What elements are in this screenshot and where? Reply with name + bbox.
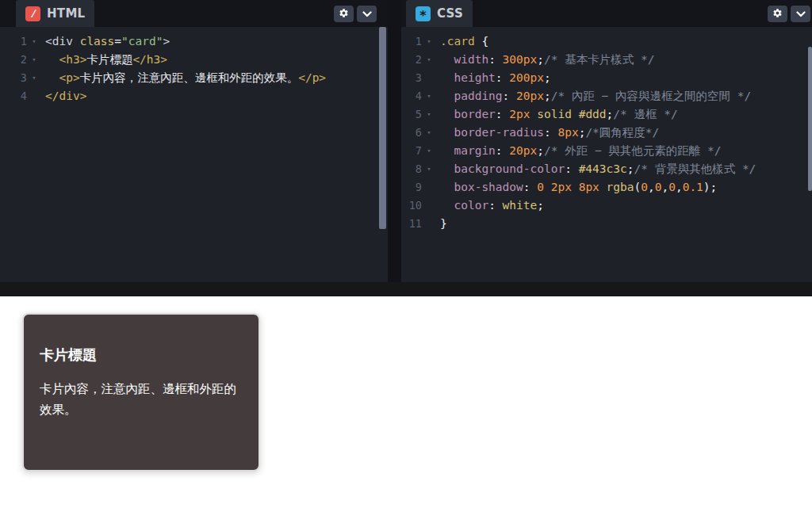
code-text: </div> (41, 87, 388, 105)
gear-icon (772, 8, 783, 21)
tab-html[interactable]: / HTML (16, 0, 94, 27)
code-text: <h3>卡片標題</h3> (41, 51, 388, 69)
fold-arrow-icon[interactable]: ▾ (422, 105, 436, 124)
line-number: 2 (0, 51, 27, 69)
fold-arrow-icon[interactable]: ▾ (27, 32, 41, 51)
code-text: border-radius: 8px;/*圓角程度*/ (436, 124, 812, 142)
html-code-lines: 1▾<div class="card">2▾ <h3>卡片標題</h3>3▾ <… (0, 32, 388, 105)
code-line[interactable]: 2▾ width: 300px;/* 基本卡片樣式 */ (401, 51, 812, 69)
fold-spacer (27, 87, 41, 105)
preview-card-body: 卡片內容，注意內距、邊框和外距的效果。 (40, 380, 243, 420)
code-text: .card { (436, 32, 812, 51)
code-line[interactable]: 2▾ <h3>卡片標題</h3> (0, 51, 388, 69)
line-number: 1 (401, 32, 422, 51)
fold-arrow-icon[interactable]: ▾ (422, 51, 436, 69)
code-editor-app: / HTML 1▾<div c (0, 0, 812, 523)
code-line[interactable]: 10 color: white; (401, 197, 812, 215)
code-line[interactable]: 4▾ padding: 20px;/* 內距 − 內容與邊框之間的空間 */ (401, 87, 812, 105)
editors-preview-divider[interactable] (0, 282, 812, 296)
css-header-buttons (768, 6, 810, 22)
fold-arrow-icon[interactable]: ▾ (422, 87, 436, 105)
code-line[interactable]: 1▾<div class="card"> (0, 32, 388, 51)
html-header-buttons (334, 6, 377, 22)
code-line[interactable]: 11} (401, 215, 812, 233)
code-text: margin: 20px;/* 外距 − 與其他元素的距離 */ (436, 142, 812, 160)
code-text: background-color: #443c3c;/* 背景與其他樣式 */ (436, 160, 812, 178)
html-scrollbar[interactable] (379, 27, 386, 229)
line-number: 3 (0, 69, 27, 87)
editors-region: / HTML 1▾<div c (0, 0, 812, 282)
line-number: 8 (401, 160, 422, 178)
code-text: box-shadow: 0 2px 8px rgba(0,0,0,0.1); (436, 178, 812, 197)
preview-card: 卡片標題 卡片內容，注意內距、邊框和外距的效果。 (22, 313, 260, 471)
html-tab-label: HTML (47, 6, 85, 21)
code-line[interactable]: 1▾.card { (401, 32, 812, 51)
fold-arrow-icon[interactable]: ▾ (27, 69, 41, 87)
line-number: 6 (401, 124, 422, 142)
code-line[interactable]: 6▾ border-radius: 8px;/*圓角程度*/ (401, 124, 812, 142)
code-text: color: white; (436, 197, 812, 215)
code-text: <p>卡片內容，注意內距、邊框和外距的效果。</p> (41, 69, 388, 87)
css-editor-panel: * CSS 1▾.card { (401, 0, 812, 282)
line-number: 11 (401, 215, 422, 233)
fold-spacer (422, 197, 436, 215)
code-line[interactable]: 7▾ margin: 20px;/* 外距 − 與其他元素的距離 */ (401, 142, 812, 160)
code-line[interactable]: 3 height: 200px; (401, 69, 812, 87)
chevron-down-icon (796, 8, 806, 20)
panel-resizer[interactable] (388, 0, 401, 282)
html-settings-button[interactable] (334, 6, 354, 22)
code-text: width: 300px;/* 基本卡片樣式 */ (436, 51, 812, 69)
code-line[interactable]: 9 box-shadow: 0 2px 8px rgba(0,0,0,0.1); (401, 178, 812, 197)
line-number: 7 (401, 142, 422, 160)
fold-arrow-icon[interactable]: ▾ (422, 124, 436, 142)
preview-card-title: 卡片標題 (40, 345, 243, 365)
code-text: } (436, 215, 812, 233)
css-collapse-button[interactable] (791, 6, 810, 22)
preview-pane: 卡片標題 卡片內容，注意內距、邊框和外距的效果。 (0, 296, 812, 523)
line-number: 1 (0, 32, 27, 51)
chevron-down-icon (362, 8, 372, 20)
css-tab-label: CSS (437, 6, 463, 21)
fold-spacer (422, 215, 436, 233)
fold-arrow-icon[interactable]: ▾ (422, 160, 436, 178)
fold-spacer (422, 178, 436, 197)
css-icon: * (416, 6, 431, 21)
css-panel-header: * CSS (401, 0, 812, 27)
html-collapse-button[interactable] (357, 6, 377, 22)
html-panel-header: / HTML (0, 0, 388, 27)
code-text: padding: 20px;/* 內距 − 內容與邊框之間的空間 */ (436, 87, 812, 105)
css-code-lines: 1▾.card {2▾ width: 300px;/* 基本卡片樣式 */3 h… (401, 32, 812, 233)
code-text: border: 2px solid #ddd;/* 邊框 */ (436, 105, 812, 124)
line-number: 4 (401, 87, 422, 105)
fold-arrow-icon[interactable]: ▾ (422, 32, 436, 51)
code-line[interactable]: 5▾ border: 2px solid #ddd;/* 邊框 */ (401, 105, 812, 124)
fold-arrow-icon[interactable]: ▾ (422, 142, 436, 160)
html-editor-panel: / HTML 1▾<div c (0, 0, 388, 282)
tab-css[interactable]: * CSS (406, 0, 473, 27)
fold-spacer (422, 69, 436, 87)
line-number: 3 (401, 69, 422, 87)
line-number: 2 (401, 51, 422, 69)
code-line[interactable]: 3▾ <p>卡片內容，注意內距、邊框和外距的效果。</p> (0, 69, 388, 87)
line-number: 10 (401, 197, 422, 215)
css-settings-button[interactable] (768, 6, 787, 22)
code-text: <div class="card"> (41, 32, 388, 51)
css-code-area[interactable]: 1▾.card {2▾ width: 300px;/* 基本卡片樣式 */3 h… (401, 27, 812, 282)
line-number: 9 (401, 178, 422, 197)
html-code-area[interactable]: 1▾<div class="card">2▾ <h3>卡片標題</h3>3▾ <… (0, 27, 388, 282)
fold-arrow-icon[interactable]: ▾ (27, 51, 41, 69)
gear-icon (339, 8, 349, 21)
line-number: 5 (401, 105, 422, 124)
code-text: height: 200px; (436, 69, 812, 87)
code-line[interactable]: 4</div> (0, 87, 388, 105)
code-line[interactable]: 8▾ background-color: #443c3c;/* 背景與其他樣式 … (401, 160, 812, 178)
html-icon: / (25, 6, 40, 21)
css-scrollbar[interactable] (808, 47, 812, 191)
line-number: 4 (0, 87, 27, 105)
